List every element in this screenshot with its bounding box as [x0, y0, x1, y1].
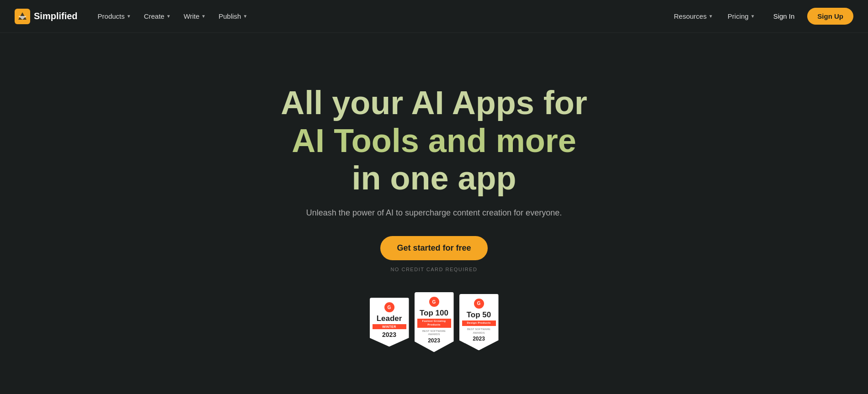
badge-top100-title: Top 100 — [420, 309, 448, 317]
badge-top50-desc: BEST SOFTWARE AWARDS — [462, 328, 496, 335]
badges-container: G Leader WINTER 2023 G Top 100 Fastest G… — [370, 292, 499, 352]
cta-button[interactable]: Get started for free — [380, 236, 487, 260]
g2-icon-top50: G — [474, 299, 484, 309]
write-chevron-icon: ▼ — [201, 14, 206, 19]
badge-top100-desc: BEST SOFTWARE AWARDS — [417, 330, 451, 337]
badge-leader-banner: WINTER — [373, 324, 406, 329]
nav-products[interactable]: Products ▼ — [92, 9, 137, 24]
badge-top50-year: 2023 — [473, 336, 485, 342]
create-chevron-icon: ▼ — [166, 14, 171, 19]
navbar-right: Resources ▼ Pricing ▼ Sign In Sign Up — [668, 8, 853, 25]
resources-chevron-icon: ▼ — [708, 14, 713, 19]
navbar-left: Simplified Products ▼ Create ▼ Write ▼ P… — [15, 9, 253, 24]
hero-title: All your AI Apps for AI Tools and more i… — [281, 84, 587, 197]
badge-top50-banner: Design Products — [462, 320, 496, 326]
nav-publish[interactable]: Publish ▼ — [213, 9, 253, 24]
badge-top50-title: Top 50 — [467, 311, 491, 319]
nav-links-left: Products ▼ Create ▼ Write ▼ Publish ▼ — [92, 9, 253, 24]
g2-icon-leader: G — [384, 302, 394, 312]
logo-icon — [15, 9, 30, 24]
nav-write[interactable]: Write ▼ — [178, 9, 212, 24]
g2-icon-top100: G — [429, 297, 439, 307]
hero-subtitle: Unleash the power of AI to supercharge c… — [306, 208, 562, 218]
nav-create[interactable]: Create ▼ — [138, 9, 176, 24]
brand-name: Simplified — [34, 11, 78, 21]
badge-leader-year: 2023 — [382, 331, 396, 338]
hero-section: All your AI Apps for AI Tools and more i… — [0, 33, 868, 394]
badge-leader-title: Leader — [377, 315, 402, 322]
no-credit-text: NO CREDIT CARD REQUIRED — [390, 267, 477, 272]
sign-up-button[interactable]: Sign Up — [807, 8, 853, 25]
hero-title-line2: AI Tools and more — [292, 122, 576, 159]
badge-top100-banner: Fastest Growing Products — [417, 319, 451, 328]
publish-chevron-icon: ▼ — [243, 14, 247, 19]
badge-top100: G Top 100 Fastest Growing Products BEST … — [415, 292, 454, 352]
hero-title-line3: in one app — [352, 160, 517, 196]
nav-pricing[interactable]: Pricing ▼ — [722, 9, 761, 24]
badge-leader: G Leader WINTER 2023 — [370, 298, 409, 347]
sign-in-button[interactable]: Sign In — [764, 9, 804, 24]
pricing-chevron-icon: ▼ — [751, 14, 755, 19]
badge-top100-year: 2023 — [428, 337, 440, 344]
logo[interactable]: Simplified — [15, 9, 78, 24]
badge-top50: G Top 50 Design Products BEST SOFTWARE A… — [459, 294, 499, 350]
hero-title-line1: All your AI Apps for — [281, 84, 587, 121]
navbar: Simplified Products ▼ Create ▼ Write ▼ P… — [0, 0, 868, 33]
products-chevron-icon: ▼ — [127, 14, 131, 19]
nav-resources[interactable]: Resources ▼ — [668, 9, 719, 24]
